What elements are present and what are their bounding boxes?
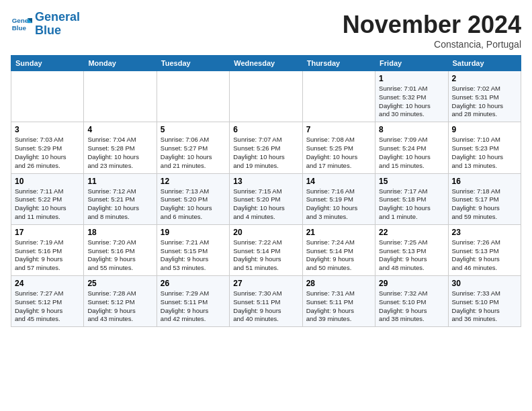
day-number: 27	[233, 279, 298, 288]
day-number: 11	[87, 177, 152, 186]
day-info: Sunrise: 7:21 AMSunset: 5:15 PMDaylight:…	[161, 238, 226, 273]
logo-line1: General	[35, 11, 80, 24]
calendar-cell	[84, 71, 157, 122]
day-number: 17	[15, 228, 80, 237]
day-info: Sunrise: 7:15 AMSunset: 5:20 PMDaylight:…	[233, 187, 298, 222]
day-number: 21	[306, 228, 371, 237]
day-info: Sunrise: 7:04 AMSunset: 5:28 PMDaylight:…	[87, 136, 152, 170]
day-info: Sunrise: 7:06 AMSunset: 5:27 PMDaylight:…	[161, 136, 226, 170]
day-number: 19	[161, 228, 226, 237]
calendar-cell: 8Sunrise: 7:09 AMSunset: 5:24 PMDaylight…	[375, 122, 448, 173]
calendar-cell: 28Sunrise: 7:31 AMSunset: 5:11 PMDayligh…	[302, 276, 375, 327]
calendar-cell	[11, 71, 84, 122]
month-title: November 2024	[343, 11, 521, 39]
calendar-cell: 26Sunrise: 7:29 AMSunset: 5:11 PMDayligh…	[157, 276, 229, 327]
calendar-cell: 2Sunrise: 7:02 AMSunset: 5:31 PMDaylight…	[448, 71, 521, 122]
day-info: Sunrise: 7:28 AMSunset: 5:12 PMDaylight:…	[87, 289, 152, 324]
day-number: 10	[15, 177, 80, 186]
calendar-cell: 7Sunrise: 7:08 AMSunset: 5:25 PMDaylight…	[302, 122, 375, 173]
day-info: Sunrise: 7:27 AMSunset: 5:12 PMDaylight:…	[15, 289, 80, 324]
day-number: 1	[379, 74, 444, 83]
weekday-header: Thursday	[302, 56, 375, 71]
day-info: Sunrise: 7:03 AMSunset: 5:29 PMDaylight:…	[15, 136, 80, 170]
title-block: November 2024 Constancia, Portugal	[343, 11, 521, 50]
day-number: 20	[233, 228, 298, 237]
weekday-header: Wednesday	[230, 56, 302, 71]
location-subtitle: Constancia, Portugal	[343, 39, 521, 50]
day-number: 6	[233, 125, 298, 134]
calendar-week-row: 10Sunrise: 7:11 AMSunset: 5:22 PMDayligh…	[11, 173, 521, 224]
calendar-cell: 21Sunrise: 7:24 AMSunset: 5:14 PMDayligh…	[302, 224, 375, 275]
weekday-header: Tuesday	[157, 56, 229, 71]
calendar-cell: 15Sunrise: 7:17 AMSunset: 5:18 PMDayligh…	[375, 173, 448, 224]
day-number: 12	[161, 177, 226, 186]
calendar-cell: 22Sunrise: 7:25 AMSunset: 5:13 PMDayligh…	[375, 224, 448, 275]
calendar-cell: 25Sunrise: 7:28 AMSunset: 5:12 PMDayligh…	[84, 276, 157, 327]
calendar-cell: 9Sunrise: 7:10 AMSunset: 5:23 PMDaylight…	[448, 122, 521, 173]
day-number: 14	[306, 177, 371, 186]
day-info: Sunrise: 7:08 AMSunset: 5:25 PMDaylight:…	[306, 136, 371, 170]
day-info: Sunrise: 7:24 AMSunset: 5:14 PMDaylight:…	[306, 238, 371, 273]
header-row: SundayMondayTuesdayWednesdayThursdayFrid…	[11, 56, 521, 71]
calendar-cell: 10Sunrise: 7:11 AMSunset: 5:22 PMDayligh…	[11, 173, 84, 224]
day-info: Sunrise: 7:32 AMSunset: 5:10 PMDaylight:…	[379, 289, 444, 324]
calendar-week-row: 3Sunrise: 7:03 AMSunset: 5:29 PMDaylight…	[11, 122, 521, 173]
calendar-cell: 20Sunrise: 7:22 AMSunset: 5:14 PMDayligh…	[230, 224, 302, 275]
day-info: Sunrise: 7:19 AMSunset: 5:16 PMDaylight:…	[15, 238, 80, 273]
day-info: Sunrise: 7:26 AMSunset: 5:13 PMDaylight:…	[452, 238, 517, 273]
logo: General Blue General Blue	[11, 11, 80, 38]
day-info: Sunrise: 7:13 AMSunset: 5:20 PMDaylight:…	[161, 187, 226, 222]
day-number: 7	[306, 125, 371, 134]
day-number: 9	[452, 125, 517, 134]
weekday-header: Monday	[84, 56, 157, 71]
day-number: 15	[379, 177, 444, 186]
day-info: Sunrise: 7:11 AMSunset: 5:22 PMDaylight:…	[15, 187, 80, 222]
day-info: Sunrise: 7:12 AMSunset: 5:21 PMDaylight:…	[87, 187, 152, 222]
calendar-header: SundayMondayTuesdayWednesdayThursdayFrid…	[11, 56, 521, 71]
day-number: 24	[15, 279, 80, 288]
logo-line2: Blue	[35, 24, 80, 38]
day-info: Sunrise: 7:18 AMSunset: 5:17 PMDaylight:…	[452, 187, 517, 222]
day-number: 22	[379, 228, 444, 237]
day-info: Sunrise: 7:33 AMSunset: 5:10 PMDaylight:…	[452, 289, 517, 324]
calendar-cell	[230, 71, 302, 122]
calendar-week-row: 1Sunrise: 7:01 AMSunset: 5:32 PMDaylight…	[11, 71, 521, 122]
day-number: 3	[15, 125, 80, 134]
calendar-cell: 18Sunrise: 7:20 AMSunset: 5:16 PMDayligh…	[84, 224, 157, 275]
calendar-cell: 5Sunrise: 7:06 AMSunset: 5:27 PMDaylight…	[157, 122, 229, 173]
day-number: 13	[233, 177, 298, 186]
svg-text:Blue: Blue	[12, 24, 27, 32]
day-info: Sunrise: 7:17 AMSunset: 5:18 PMDaylight:…	[379, 187, 444, 222]
day-info: Sunrise: 7:10 AMSunset: 5:23 PMDaylight:…	[452, 136, 517, 170]
calendar-cell: 13Sunrise: 7:15 AMSunset: 5:20 PMDayligh…	[230, 173, 302, 224]
day-number: 4	[87, 125, 152, 134]
day-number: 18	[87, 228, 152, 237]
calendar-cell	[302, 71, 375, 122]
calendar-cell: 1Sunrise: 7:01 AMSunset: 5:32 PMDaylight…	[375, 71, 448, 122]
calendar-cell: 19Sunrise: 7:21 AMSunset: 5:15 PMDayligh…	[157, 224, 229, 275]
weekday-header: Saturday	[448, 56, 521, 71]
day-info: Sunrise: 7:25 AMSunset: 5:13 PMDaylight:…	[379, 238, 444, 273]
calendar-body: 1Sunrise: 7:01 AMSunset: 5:32 PMDaylight…	[11, 71, 521, 327]
day-info: Sunrise: 7:02 AMSunset: 5:31 PMDaylight:…	[452, 85, 517, 119]
day-info: Sunrise: 7:22 AMSunset: 5:14 PMDaylight:…	[233, 238, 298, 273]
calendar-cell: 14Sunrise: 7:16 AMSunset: 5:19 PMDayligh…	[302, 173, 375, 224]
calendar-cell: 23Sunrise: 7:26 AMSunset: 5:13 PMDayligh…	[448, 224, 521, 275]
calendar-cell: 6Sunrise: 7:07 AMSunset: 5:26 PMDaylight…	[230, 122, 302, 173]
day-info: Sunrise: 7:09 AMSunset: 5:24 PMDaylight:…	[379, 136, 444, 170]
calendar-cell	[157, 71, 229, 122]
day-number: 28	[306, 279, 371, 288]
calendar-week-row: 17Sunrise: 7:19 AMSunset: 5:16 PMDayligh…	[11, 224, 521, 275]
calendar-cell: 12Sunrise: 7:13 AMSunset: 5:20 PMDayligh…	[157, 173, 229, 224]
calendar-cell: 3Sunrise: 7:03 AMSunset: 5:29 PMDaylight…	[11, 122, 84, 173]
calendar-cell: 24Sunrise: 7:27 AMSunset: 5:12 PMDayligh…	[11, 276, 84, 327]
weekday-header: Friday	[375, 56, 448, 71]
day-number: 16	[452, 177, 517, 186]
logo-wordmark: General Blue	[35, 11, 80, 38]
calendar-cell: 29Sunrise: 7:32 AMSunset: 5:10 PMDayligh…	[375, 276, 448, 327]
calendar-cell: 4Sunrise: 7:04 AMSunset: 5:28 PMDaylight…	[84, 122, 157, 173]
day-info: Sunrise: 7:20 AMSunset: 5:16 PMDaylight:…	[87, 238, 152, 273]
day-info: Sunrise: 7:29 AMSunset: 5:11 PMDaylight:…	[161, 289, 226, 324]
page-header: General Blue General Blue November 2024 …	[11, 11, 521, 50]
day-info: Sunrise: 7:01 AMSunset: 5:32 PMDaylight:…	[379, 85, 444, 119]
